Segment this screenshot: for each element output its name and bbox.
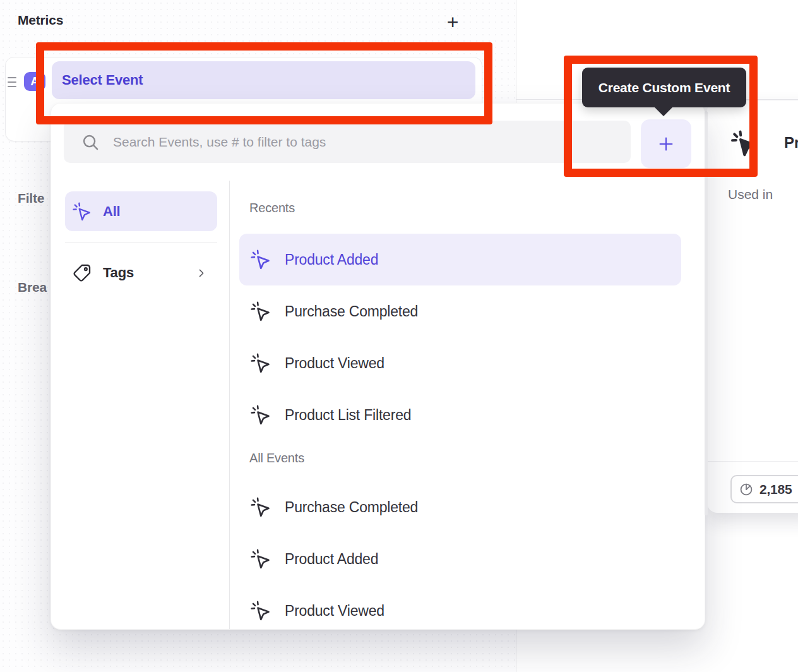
search-bar <box>64 121 631 163</box>
tooltip-create-custom-event: Create Custom Event <box>582 68 746 107</box>
event-section: RecentsProduct AddedPurchase CompletedPr… <box>229 200 705 441</box>
event-name: Purchase Completed <box>285 499 418 516</box>
event-detail-title: Pr <box>784 134 798 152</box>
tooltip-caret <box>653 106 674 116</box>
event-list-item[interactable]: Product Viewed <box>239 337 681 389</box>
chevron-right-icon <box>195 267 207 279</box>
event-list-item[interactable]: Product Added <box>239 533 681 585</box>
event-cursor-icon <box>251 353 271 373</box>
event-cursor-icon <box>73 202 92 221</box>
event-cursor-filled-icon <box>731 130 758 157</box>
sidebar-item-tags[interactable]: Tags <box>65 253 217 292</box>
detail-footer-divider <box>708 461 798 462</box>
section-header: Recents <box>249 200 705 216</box>
event-list-item[interactable]: Product Viewed <box>239 585 681 630</box>
event-name: Product Viewed <box>285 603 384 620</box>
section-header: All Events <box>249 450 705 466</box>
event-name: Product List Filtered <box>285 407 411 424</box>
search-icon <box>81 133 99 151</box>
sidebar-item-label: Tags <box>103 265 134 281</box>
search-input[interactable] <box>112 134 631 150</box>
plus-icon <box>657 135 676 153</box>
event-list-item[interactable]: Purchase Completed <box>239 481 681 533</box>
select-event-label: Select Event <box>62 72 143 88</box>
pie-chart-icon <box>739 482 754 497</box>
event-count-badge[interactable]: 2,185 <box>730 475 798 503</box>
event-list-item[interactable]: Product Added <box>239 234 681 285</box>
filters-section-title: Filte <box>18 191 44 206</box>
event-detail-card <box>707 101 798 513</box>
event-name: Purchase Completed <box>285 303 418 320</box>
event-name: Product Added <box>285 551 378 568</box>
drag-handle-icon[interactable] <box>8 76 16 88</box>
event-name: Product Viewed <box>285 355 384 372</box>
event-cursor-icon <box>251 249 271 270</box>
event-list: RecentsProduct AddedPurchase CompletedPr… <box>229 181 705 630</box>
event-cursor-icon <box>251 601 271 621</box>
add-metric-button[interactable]: + <box>441 9 465 35</box>
sidebar-item-all[interactable]: All <box>65 191 217 231</box>
metrics-section-title: Metrics <box>18 13 63 28</box>
breakdowns-section-title: Brea <box>18 280 47 295</box>
vertical-scrollbar[interactable] <box>705 111 708 515</box>
event-list-item[interactable]: Purchase Completed <box>239 285 681 337</box>
tag-icon <box>73 263 92 282</box>
tooltip-text: Create Custom Event <box>598 80 730 95</box>
select-event-button[interactable]: Select Event <box>52 61 475 99</box>
event-name: Product Added <box>285 251 378 268</box>
sidebar-item-label: All <box>103 203 121 220</box>
event-cursor-icon <box>251 549 271 569</box>
event-cursor-icon <box>251 405 271 425</box>
event-cursor-icon <box>251 497 271 517</box>
event-list-item[interactable]: Product List Filtered <box>239 389 681 441</box>
event-section: All EventsPurchase CompletedProduct Adde… <box>229 450 705 630</box>
event-picker-dropdown: All Tags RecentsProduct AddedPurchase Co… <box>51 103 705 630</box>
event-cursor-icon <box>251 301 271 321</box>
event-count-value: 2,185 <box>759 482 792 497</box>
used-in-label: Used in <box>728 187 773 202</box>
create-custom-event-button[interactable] <box>641 119 691 168</box>
metric-series-badge[interactable]: A <box>24 72 45 91</box>
sidebar-item-divider <box>65 243 217 243</box>
